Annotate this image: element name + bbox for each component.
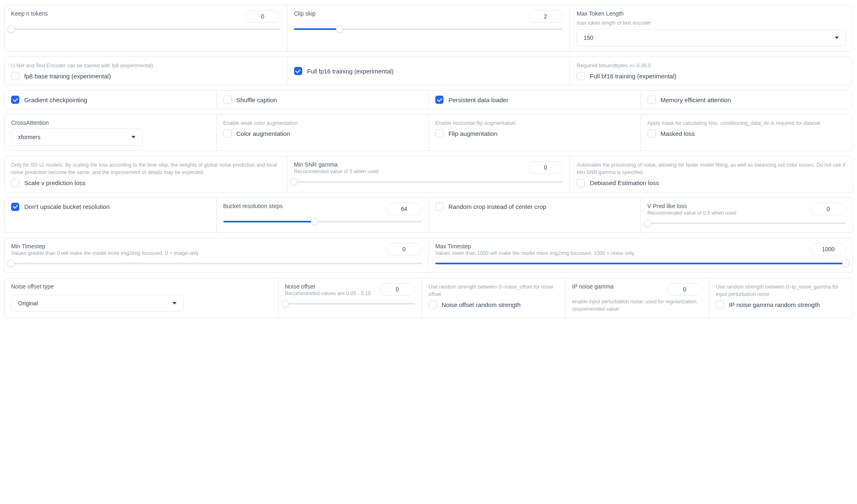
flip-augmentation-checkbox[interactable]	[435, 129, 443, 137]
noise-offset-type-select[interactable]: Original	[11, 295, 184, 312]
debiased-estimation-loss-checkbox[interactable]	[577, 179, 585, 187]
bf16-hint: Required bitsandbytes >= 0.36.0	[577, 62, 846, 69]
persistent-data-loader-checkbox[interactable]	[435, 96, 443, 104]
max-timestep-label: Max Timestep	[435, 243, 634, 250]
memory-efficient-attention-checkbox[interactable]	[648, 96, 656, 104]
min-timestep-input[interactable]	[386, 243, 422, 255]
no-upscale-bucket-checkbox[interactable]	[11, 203, 19, 211]
scale-v-prediction-loss-checkbox[interactable]	[11, 179, 19, 187]
debiased-hint: Automates the processing of noise, allow…	[577, 161, 846, 176]
ip-noise-gamma-random-hint: Use random strength between 0~ip_noise_g…	[716, 283, 846, 298]
scale-v-hint: Only for SD v2 models. By scaling the lo…	[11, 161, 280, 176]
max-timestep-input[interactable]	[811, 243, 846, 255]
ip-noise-gamma-random-checkbox[interactable]	[716, 300, 724, 309]
v-pred-like-loss-slider[interactable]	[648, 219, 846, 227]
gradient-checkpointing-label: Gradient checkpointing	[24, 96, 87, 103]
noise-offset-type-value: Original	[18, 300, 38, 307]
color-augmentation-checkbox[interactable]	[223, 129, 232, 137]
color-augmentation-label: Color augmentation	[237, 130, 290, 137]
v-pred-like-loss-input[interactable]	[811, 203, 846, 215]
masked-loss-label: Masked loss	[661, 130, 695, 137]
clip-skip-label: Clip skip	[294, 10, 316, 17]
masked-loss-checkbox[interactable]	[648, 129, 656, 137]
fp16-label: Full fp16 training (experimental)	[307, 68, 394, 75]
chevron-down-icon	[172, 302, 177, 305]
persistent-data-loader-label: Persistent data loader	[448, 96, 508, 103]
min-timestep-label: Min Timestep	[11, 243, 199, 250]
max-token-length-hint: max token length of text encoder	[577, 19, 846, 27]
fp8-checkbox[interactable]	[11, 72, 19, 80]
noise-offset-input[interactable]	[380, 283, 415, 296]
min-snr-gamma-label: Min SNR gamma	[294, 161, 379, 168]
noise-offset-type-label: Noise offset type	[11, 283, 271, 290]
min-snr-gamma-input[interactable]	[528, 161, 563, 174]
min-snr-gamma-slider[interactable]	[294, 178, 563, 186]
color-aug-hint: Enable weak color augmentation	[223, 119, 422, 127]
no-upscale-bucket-label: Don't upscale bucket resolution	[24, 203, 110, 210]
keep-n-tokens-label: Keep n tokens	[11, 10, 48, 17]
debiased-estimation-loss-label: Debiased Estimation loss	[590, 179, 659, 186]
clip-skip-input[interactable]	[528, 10, 563, 23]
chevron-down-icon	[835, 37, 839, 39]
bf16-checkbox[interactable]	[577, 72, 585, 80]
max-timestep-slider[interactable]	[435, 259, 846, 268]
keep-n-tokens-slider[interactable]	[11, 25, 280, 33]
min-timestep-hint: Values greater than 0 will make the mode…	[11, 250, 199, 257]
keep-n-tokens-input[interactable]	[245, 10, 280, 23]
max-token-length-label: Max Token Length	[577, 10, 846, 17]
noise-offset-random-hint: Use random strength between 0~noise_offs…	[429, 283, 559, 298]
min-timestep-slider[interactable]	[11, 259, 422, 268]
flip-augmentation-label: Flip augmentation	[448, 130, 497, 137]
v-pred-like-loss-label: V Pred like loss	[648, 203, 737, 209]
noise-offset-hint: Recommended values are 0.05 - 0.15	[285, 290, 371, 297]
fp8-label: fp8 base training (experimental)	[24, 73, 111, 80]
cross-attention-select[interactable]: xformers	[11, 128, 142, 146]
masked-loss-hint: Apply mask for calculating loss. conditi…	[648, 119, 846, 127]
noise-offset-slider[interactable]	[285, 300, 415, 308]
ip-noise-gamma-random-label: IP noise gamma random strength	[729, 301, 820, 308]
max-token-length-value: 150	[584, 34, 593, 41]
random-crop-label: Random crop instead of center crop	[448, 203, 546, 210]
shuffle-caption-label: Shuffle caption	[237, 96, 277, 103]
random-crop-checkbox[interactable]	[435, 203, 443, 211]
clip-skip-slider[interactable]	[294, 25, 563, 33]
min-snr-gamma-hint: Recommended value of 5 when used	[294, 168, 379, 175]
shuffle-caption-checkbox[interactable]	[223, 96, 232, 104]
noise-offset-random-checkbox[interactable]	[429, 300, 437, 309]
memory-efficient-attention-label: Memory efficient attention	[661, 96, 731, 103]
scale-v-prediction-loss-label: Scale v prediction loss	[24, 179, 85, 186]
chevron-down-icon	[131, 136, 136, 138]
noise-offset-random-label: Noise offset random strength	[442, 301, 521, 308]
bucket-resolution-steps-label: Bucket resolution steps	[223, 203, 283, 209]
max-timestep-hint: Values lower than 1000 will make the mod…	[435, 250, 634, 257]
bucket-resolution-steps-input[interactable]	[386, 203, 422, 215]
noise-offset-label: Noise offset	[285, 283, 371, 290]
bf16-label: Full bf16 training (experimental)	[590, 73, 676, 80]
max-token-length-select[interactable]: 150	[577, 29, 846, 46]
cross-attention-label: CrossAttention	[11, 119, 210, 126]
ip-noise-gamma-input[interactable]	[667, 283, 702, 296]
flip-aug-hint: Enable horizontal flip augmentation	[435, 119, 634, 127]
fp8-hint: U-Net and Text Encoder can be trained wi…	[11, 62, 280, 69]
ip-noise-gamma-label: IP noise gamma	[572, 283, 613, 290]
ip-noise-gamma-hint: enable input perturbation noise. used fo…	[572, 298, 702, 313]
v-pred-like-loss-hint: Recommended value of 0.5 when used	[648, 209, 737, 217]
cross-attention-value: xformers	[18, 134, 40, 140]
bucket-resolution-steps-slider[interactable]	[223, 218, 422, 226]
gradient-checkpointing-checkbox[interactable]	[11, 96, 19, 104]
fp16-checkbox[interactable]	[294, 67, 302, 75]
